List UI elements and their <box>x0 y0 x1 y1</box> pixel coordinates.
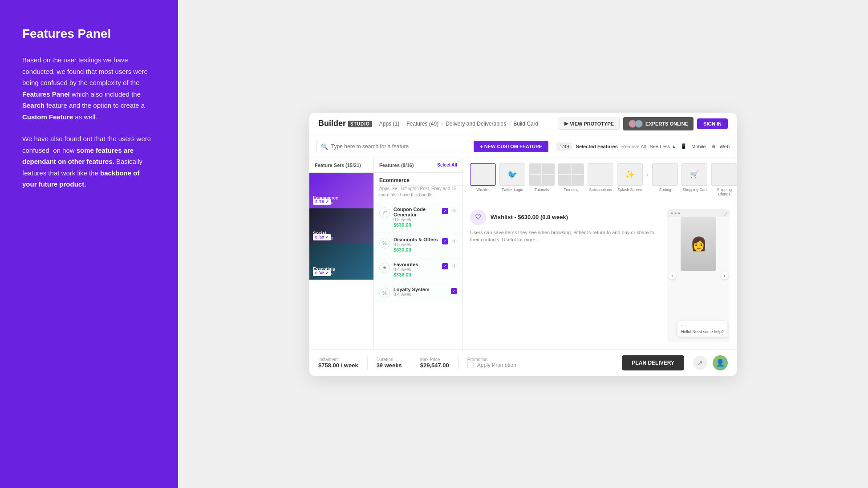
thumb-sorting[interactable]: Sorting <box>652 163 678 192</box>
coupon-eye-icon[interactable]: 👁 <box>452 208 457 214</box>
right-panel: Builder STUDIO Apps (1) › Features (49) … <box>178 0 868 488</box>
wishlist-header: ♡ Wishlist - $630.00 (0.8 week) <box>470 209 660 225</box>
new-custom-feature-button[interactable]: + NEW CUSTOM FEATURE <box>474 141 548 152</box>
selected-features-bar: 1/49 Selected Features Remove All See Le… <box>556 142 676 150</box>
breadcrumb-buildcard[interactable]: Build Card <box>513 121 538 127</box>
search-bar-row: 🔍 + NEW CUSTOM FEATURE 1/49 Selected Fea… <box>309 135 737 158</box>
left-panel-title: Features Panel <box>22 27 156 41</box>
feature-left-info: ♡ Wishlist - $630.00 (0.8 week) Users ca… <box>470 209 660 342</box>
experts-online-button[interactable]: EXPERTS ONLINE <box>623 117 694 130</box>
footer-sep-1 <box>367 356 368 370</box>
search-input-wrap: 🔍 <box>316 140 469 153</box>
share-icon-button[interactable]: ↗ <box>693 356 707 370</box>
thumb-img-shopping-cart: 🛒 <box>681 163 707 186</box>
expand-icon[interactable]: ⤢ <box>723 211 728 217</box>
play-icon: ▶ <box>564 121 568 126</box>
select-all-button[interactable]: Select All <box>437 163 457 167</box>
see-less-button[interactable]: See Less ▲ <box>649 144 676 149</box>
preview-header: ● ● ● <box>667 209 730 217</box>
strong-search: Search <box>22 102 45 109</box>
thumb-prev-nav[interactable]: ‹ <box>646 163 649 186</box>
loyalty-checkbox[interactable]: ✓ <box>451 288 457 294</box>
breadcrumb-delivery[interactable]: Delivery and Deliverables <box>446 121 506 127</box>
discounts-info: Discounts & Offers 0.8 week $630.00 <box>393 237 438 252</box>
feature-set-essentials-sub: 42 features <box>313 272 370 276</box>
discounts-icon: % <box>379 238 390 248</box>
thumb-label-shipping-charge: Shipping Charge <box>711 187 737 196</box>
mobile-label[interactable]: Mobile <box>691 144 706 149</box>
thumb-splash[interactable]: ✨ Splash Screen <box>617 163 643 192</box>
chat-dots: • • • <box>681 324 724 328</box>
wishlist-icon: ♡ <box>470 209 486 225</box>
web-label[interactable]: Web <box>720 144 730 149</box>
thumb-shopping-cart[interactable]: 🛒 Shopping Cart <box>681 163 707 192</box>
thumb-label-wishlist: Wishlist <box>476 187 489 192</box>
thumb-img-twitter: 🐦 <box>499 163 525 186</box>
breadcrumb-features[interactable]: Features (49) <box>406 121 438 127</box>
footer-icons: ↗ 👤 <box>693 355 728 370</box>
coupon-checkbox[interactable]: ✓ <box>442 208 448 214</box>
feature-set-ecommerce[interactable]: Ecommerce 16 features 8 /16 ✓ <box>309 173 373 208</box>
feature-item-favourites[interactable]: ★ Favourites 0.4 week $336.00 ✓ 👁 <box>374 257 462 282</box>
favourites-price: $336.00 <box>393 272 438 277</box>
thumb-subscriptions[interactable]: Subscriptions <box>588 163 613 192</box>
preview-prev-button[interactable]: ‹ <box>668 272 676 280</box>
feature-set-social[interactable]: Social 59 features 8 /59 ✓ <box>309 208 373 244</box>
wishlist-title: Wishlist - $630.00 (0.8 week) <box>491 214 568 220</box>
feature-item-discounts[interactable]: % Discounts & Offers 0.8 week $630.00 ✓ … <box>374 232 462 257</box>
loyalty-name: Loyalty System <box>393 287 447 292</box>
features-count: Features (8/16) <box>379 163 414 168</box>
preview-next-button[interactable]: › <box>721 272 729 280</box>
coupon-info: Coupon Code Generator 0.8 week $630.00 <box>393 207 438 228</box>
feature-set-essentials-label: Essentials <box>313 267 370 272</box>
feature-item-loyalty[interactable]: % Loyalty System 0.4 week ✓ <box>374 282 462 303</box>
feature-set-social-label: Social <box>313 231 370 236</box>
loyalty-icon: % <box>379 288 390 298</box>
view-prototype-button[interactable]: ▶ VIEW PROTOTYPE <box>559 118 620 130</box>
apply-promotion-label[interactable]: Apply Promotion <box>477 362 516 368</box>
thumb-label-shopping-cart: Shopping Cart <box>682 187 706 192</box>
user-avatar[interactable]: 👤 <box>713 355 728 370</box>
remove-all-button[interactable]: Remove All <box>621 144 646 149</box>
duration-label: Duration <box>377 357 402 362</box>
plan-delivery-button[interactable]: PLAN DELIVERY <box>622 355 684 370</box>
favourites-icon: ★ <box>379 263 390 273</box>
installment-value: $758.00 / week <box>318 362 358 369</box>
thumb-label-subscriptions: Subscriptions <box>589 187 612 192</box>
thumb-trending[interactable]: Trending <box>558 163 584 192</box>
chat-text: Hello! Need some help? <box>681 329 724 334</box>
feature-thumbnails: Wishlist 🐦 Twitter Login Tutorials <box>463 158 737 202</box>
monitor-icon: 🖥 <box>710 144 715 149</box>
coupon-name: Coupon Code Generator <box>393 207 438 217</box>
favourites-eye-icon[interactable]: 👁 <box>452 263 457 269</box>
promotion-checkbox[interactable] <box>467 362 474 368</box>
search-input[interactable] <box>316 140 469 153</box>
discounts-checkbox[interactable]: ✓ <box>442 238 448 244</box>
feature-set-essentials[interactable]: Essentials 42 features 6 /42 ✓ <box>309 244 373 280</box>
duration-item: Duration 39 weeks <box>377 357 402 369</box>
selected-label: Selected Features <box>576 144 618 149</box>
breadcrumb: Apps (1) › Features (49) › Delivery and … <box>379 121 538 127</box>
feature-item-coupon[interactable]: 🏷 Coupon Code Generator 0.8 week $630.00… <box>374 202 462 232</box>
sign-in-button[interactable]: SIGN IN <box>697 118 728 129</box>
thumb-label-twitter: Twitter Login <box>502 187 523 192</box>
thumb-img-splash: ✨ <box>617 163 643 186</box>
features-list-header: Features (8/16) Select All <box>374 158 462 173</box>
breadcrumb-apps[interactable]: Apps (1) <box>379 121 399 127</box>
thumb-img-shipping-charge <box>711 163 737 186</box>
thumb-tutorials[interactable]: Tutorials <box>529 163 555 192</box>
nav-actions: ▶ VIEW PROTOTYPE EXPERTS ONLINE SIGN IN <box>559 117 728 130</box>
max-price-item: Max Price $29,547.00 <box>420 357 449 369</box>
thumb-twitter[interactable]: 🐦 Twitter Login <box>499 163 525 192</box>
experts-label: EXPERTS ONLINE <box>645 121 688 126</box>
thumb-img-trending <box>558 163 584 186</box>
favourites-checkbox[interactable]: ✓ <box>442 263 448 269</box>
discounts-eye-icon[interactable]: 👁 <box>452 238 457 244</box>
favourites-info: Favourites 0.4 week $336.00 <box>393 262 438 277</box>
experts-avatars <box>629 120 643 128</box>
feature-info-panel: ♡ Wishlist - $630.00 (0.8 week) Users ca… <box>463 202 737 350</box>
favourites-name: Favourites <box>393 262 438 267</box>
thumb-shipping-charge[interactable]: Shipping Charge <box>711 163 737 196</box>
thumb-wishlist[interactable]: Wishlist <box>470 163 496 192</box>
loyalty-info: Loyalty System 0.4 week <box>393 287 447 297</box>
